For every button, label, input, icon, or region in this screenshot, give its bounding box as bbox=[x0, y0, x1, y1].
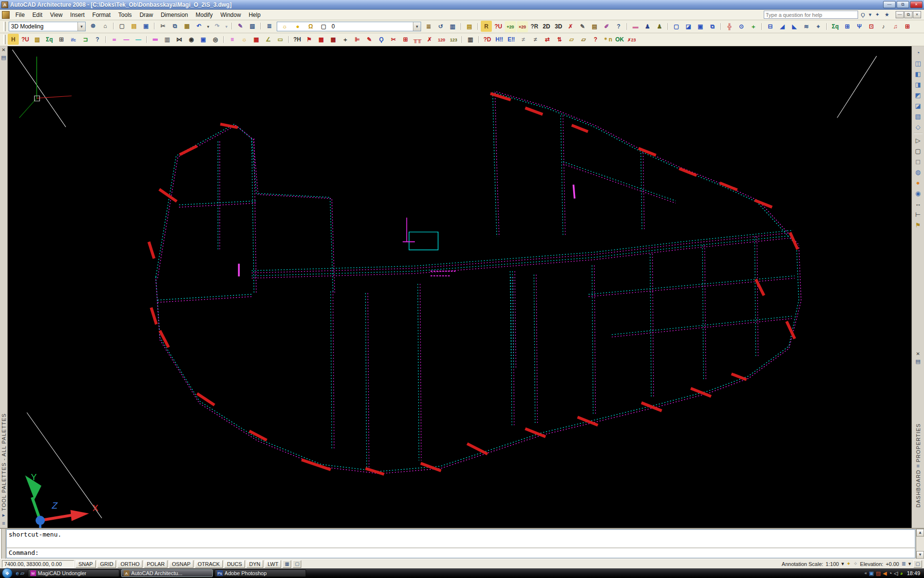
layer-lock-icon[interactable]: Ω bbox=[305, 21, 316, 32]
view-iso-icon[interactable]: ◇ bbox=[912, 121, 924, 132]
menu-modify[interactable]: Modify bbox=[192, 10, 217, 20]
wireframe-style-icon[interactable]: ▢ bbox=[912, 145, 924, 156]
tray-volume-icon[interactable]: ◁ bbox=[894, 570, 898, 577]
mc-lines-stack-button[interactable]: ≡ bbox=[227, 34, 238, 45]
materials-icon[interactable]: ◉ bbox=[912, 188, 924, 198]
mc-cross20-button[interactable]: ×20 bbox=[517, 21, 528, 32]
view-bottom-icon[interactable]: ◧ bbox=[912, 68, 924, 79]
mc-section-button[interactable]: ▬ bbox=[630, 21, 641, 32]
undo-button[interactable]: ↶ bbox=[193, 21, 205, 32]
toggle-otrack[interactable]: OTRACK bbox=[195, 560, 223, 568]
model-space-icon[interactable]: ▦ bbox=[282, 560, 291, 568]
elevation-value[interactable]: +0.00 bbox=[886, 561, 899, 567]
distance-icon[interactable]: ↔ bbox=[912, 198, 924, 209]
palette-autohide-icon[interactable]: ▸ bbox=[2, 512, 5, 518]
tool-palettes-label[interactable]: TOOL PALETTES - ALL PALETTES bbox=[1, 413, 7, 511]
save-button[interactable]: ▣ bbox=[141, 21, 152, 32]
layout-space-icon[interactable]: ▢ bbox=[293, 560, 301, 568]
taskbar-button-magicad-undongler[interactable]: MMagiCAD Undongler bbox=[28, 569, 119, 577]
properties-palette-icon[interactable]: ▤ bbox=[915, 358, 920, 365]
my-workspace-button[interactable]: ⌂ bbox=[100, 21, 111, 32]
tray-nvidia-icon[interactable]: ◕ bbox=[900, 570, 903, 577]
mc-no-123-button[interactable]: ✗23 bbox=[626, 34, 637, 45]
menu-help[interactable]: Help bbox=[245, 10, 265, 20]
cut-button[interactable]: ✂ bbox=[157, 21, 168, 32]
scroll-down-icon[interactable]: ▼ bbox=[916, 551, 924, 559]
mc-h-project-button[interactable]: H bbox=[8, 34, 19, 45]
mc-install-box-button[interactable]: ⊞ bbox=[400, 34, 411, 45]
mc-dim-slope1-button[interactable]: ◢ bbox=[777, 21, 788, 32]
menu-draw[interactable]: Draw bbox=[136, 10, 157, 20]
mc-bracket-v-button[interactable]: ⇅ bbox=[554, 34, 565, 45]
communication-center-icon[interactable]: ✦ bbox=[873, 11, 882, 19]
mc-pen-red-button[interactable]: ✎ bbox=[364, 34, 375, 45]
status-dropdown-icon[interactable]: ▾ bbox=[908, 561, 911, 567]
favorites-star-icon[interactable]: ★ bbox=[882, 11, 892, 19]
view-left-icon[interactable]: ◨ bbox=[912, 79, 924, 90]
toggle-dyn[interactable]: DYN bbox=[246, 560, 263, 568]
view-front-icon[interactable]: ◪ bbox=[912, 100, 924, 111]
named-views-icon[interactable]: ▷ bbox=[912, 135, 924, 145]
mc-query-u-button[interactable]: ?U bbox=[493, 21, 504, 32]
mc-calc-check-button[interactable]: ⊞ bbox=[842, 21, 853, 32]
mc-ifc-button[interactable]: ifc bbox=[68, 34, 79, 45]
mc-slope-button[interactable]: ∠ bbox=[263, 34, 274, 45]
constrained-orbit-icon[interactable]: ◔ bbox=[912, 47, 924, 58]
annotate-flag-icon[interactable]: ⚑ bbox=[912, 220, 924, 230]
taskbar-button-autocad-architecture[interactable]: AAutoCAD Architectu... bbox=[121, 569, 213, 577]
coordinate-readout[interactable]: 7400.00, 38300.00, 0.00 bbox=[2, 560, 74, 568]
mc-star-n-button[interactable]: ＊n bbox=[602, 34, 613, 45]
toggle-ducs[interactable]: DUCS bbox=[224, 560, 245, 568]
mc-h-query-u-button[interactable]: ?U bbox=[20, 34, 31, 45]
toggle-snap[interactable]: SNAP bbox=[76, 560, 96, 568]
dashboard-tab[interactable]: DASHBOARD bbox=[915, 470, 921, 508]
mc-fold-down-button[interactable]: ▱ bbox=[578, 34, 589, 45]
mc-hatch1-button[interactable]: ≠ bbox=[518, 34, 529, 45]
toggle-ortho[interactable]: ORTHO bbox=[117, 560, 142, 568]
toolbar-grip[interactable] bbox=[3, 35, 6, 44]
menu-dimension[interactable]: Dimension bbox=[157, 10, 192, 20]
mc-part-red2-button[interactable]: ▩ bbox=[328, 34, 339, 45]
menu-tools[interactable]: Tools bbox=[115, 10, 136, 20]
menu-window[interactable]: Window bbox=[217, 10, 245, 20]
palette-close-icon[interactable]: ✕ bbox=[0, 47, 7, 53]
layer-properties-button[interactable]: ≣ bbox=[264, 21, 275, 32]
mc-zoom-area-button[interactable]: ⌖ bbox=[813, 21, 824, 32]
annotation-scale-dropdown-icon[interactable]: ▾ bbox=[841, 561, 844, 567]
mc-pipe-pair-button[interactable]: ＝ bbox=[109, 34, 120, 45]
start-button[interactable]: ❖ bbox=[2, 568, 13, 578]
mc-2d-button[interactable]: 2D bbox=[541, 21, 552, 32]
mc-tank-button[interactable]: ▭ bbox=[275, 34, 286, 45]
mc-device-button[interactable]: ╬ bbox=[724, 21, 735, 32]
palette-menu-icon[interactable]: ≡ bbox=[2, 520, 5, 526]
hidden-style-icon[interactable]: ◻ bbox=[912, 156, 924, 167]
mc-query-d-button[interactable]: ?D bbox=[482, 34, 493, 45]
qnew-button[interactable]: ▢ bbox=[116, 21, 128, 32]
mc-green-pipe-button[interactable]: ⊐ bbox=[80, 34, 91, 45]
redo-button[interactable]: ↷ bbox=[212, 21, 223, 32]
layer-isolate-button[interactable]: ▥ bbox=[447, 21, 458, 32]
mc-id-123-button[interactable]: 123 bbox=[448, 34, 459, 45]
show-desktop-icon[interactable]: ▱ bbox=[20, 570, 24, 577]
tool-palettes-note-button[interactable]: ▤ bbox=[464, 21, 475, 32]
drawing-canvas[interactable]: YZX bbox=[8, 46, 911, 528]
mc-dim-linear-button[interactable]: ⊟ bbox=[765, 21, 776, 32]
match-properties-button[interactable]: ✎ bbox=[235, 21, 246, 32]
layer-color-swatch[interactable]: ▢ bbox=[318, 21, 329, 32]
mdi-close-button[interactable]: × bbox=[913, 11, 921, 18]
mc-box-edit-button[interactable]: ◪ bbox=[683, 21, 694, 32]
ie-quicklaunch-icon[interactable]: e bbox=[16, 570, 19, 577]
mc-erase-pen-button[interactable]: ✐ bbox=[601, 21, 612, 32]
redo-dropdown[interactable]: ▾ bbox=[224, 21, 229, 32]
mc-folder-export-button[interactable]: ▧ bbox=[32, 34, 43, 45]
command-window-grip[interactable] bbox=[0, 529, 6, 559]
mc-delete-x-button[interactable]: ✗ bbox=[424, 34, 435, 45]
mc-note-red-button[interactable]: ♫ bbox=[890, 21, 901, 32]
mc-box-copy-button[interactable]: ⧉ bbox=[707, 21, 718, 32]
mc-dim-slope2-button[interactable]: ◣ bbox=[789, 21, 800, 32]
menu-format[interactable]: Format bbox=[89, 10, 115, 20]
mc-device-box-button[interactable]: ▣ bbox=[198, 34, 209, 45]
mc-box-view-button[interactable]: ▣ bbox=[695, 21, 706, 32]
mc-balance-button[interactable]: Ψ bbox=[854, 21, 865, 32]
menu-edit[interactable]: Edit bbox=[28, 10, 46, 20]
